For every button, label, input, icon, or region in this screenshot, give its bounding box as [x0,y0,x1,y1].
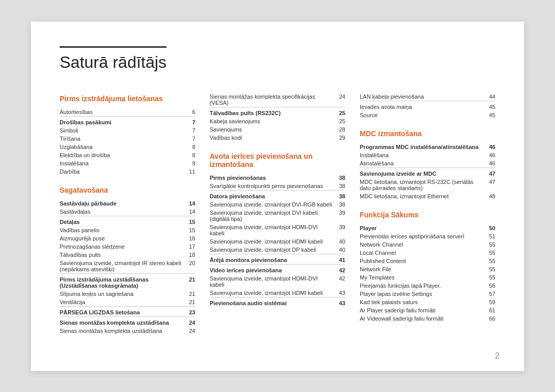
page: Saturā rādītājs Pirms izstrādājuma lieto… [31,22,524,371]
toc-item-page: 38 [334,200,345,209]
toc-item-page: 55 [482,240,495,249]
toc-item-page: 47 [484,178,495,192]
column-2: Sienas montāžas komplekta specifikācijas… [210,92,360,335]
toc-item-page: 38 [334,182,345,191]
toc-table-1: Pirms pievienošanas38Svarīgākie kontrolp… [210,174,345,307]
toc-item-label: Sienas montāžas komplekta uzstādīšana [60,327,184,335]
toc-item-label: Uzglabāšana [60,143,171,151]
toc-row: Elektrība un drošība8 [60,151,195,159]
toc-item-label: MDC lietošana, izmantojot Ethernet [360,192,484,200]
toc-item-label: Datora pievienošana [210,190,334,200]
toc-row: Published Content55 [360,257,495,265]
toc-item-page: 51 [482,232,495,240]
toc-item-page: 29 [334,134,345,142]
toc-row: Autortiesības6 [60,108,195,117]
toc-item-label: Savienojuma izveide, izmantojot HDMI-DVI… [210,223,334,237]
section-title-1: MDC izmantošana [360,129,495,138]
toc-item-page: 55 [482,265,495,273]
toc-row: Savienojums28 [210,125,345,134]
toc-item-label: Kad tiek palaists saturs [360,298,482,306]
toc-table-0: Autortiesības6Drošības pasākumi7Simboli7… [60,108,195,176]
toc-row: Ārējā monitora pievienošana41 [210,254,345,264]
toc-item-label: Ārējā monitora pievienošana [210,254,334,264]
toc-row: Datora pievienošana38 [210,190,345,200]
toc-item-page: 46 [484,143,495,151]
toc-item-page: 40 [334,237,345,246]
toc-row: Savienojuma izveide ar MDC47 [360,167,495,178]
toc-table-1: Sastāvdaļu pārbaude14Sastāvdaļas14Detaļa… [60,199,195,335]
toc-item-page: 14 [184,208,195,216]
toc-item-page: 9 [171,159,195,167]
toc-item-page: 21 [184,298,195,307]
toc-item-label: Programmas MDC instalēšana/atinstalēšana [360,143,484,151]
toc-row: Source45 [360,111,495,119]
toc-item-page: 66 [482,314,495,323]
toc-item-label: Sastāvdaļu pārbaude [60,199,184,208]
toc-item-label: Instalēšana [360,151,484,159]
toc-row: Drošības pasākumi7 [60,116,195,126]
toc-item-page: 8 [171,151,195,159]
toc-row: Tālvadības pults (RS232C)25 [210,107,345,117]
toc-item-label: Savienojuma izveide, izmantojot HDMI-DVI… [210,274,334,289]
toc-item-label: Slīpuma leņķis un sagriešana [60,290,184,298]
toc-item-label: Vadības kodi [210,134,334,142]
toc-item-page: 20 [184,259,195,274]
toc-item-page: 15 [184,216,195,226]
toc-item-page: 45 [475,111,495,119]
toc-row: Sienas montāžas komplekta uzstādīšana24 [60,316,195,327]
toc-table-1: Programmas MDC instalēšana/atinstalēšana… [360,143,495,200]
toc-item-label: My Templates [360,273,482,282]
toc-row: Video ierīces pievienošana42 [210,264,345,274]
toc-item-label: Sastāvdaļas [60,208,184,216]
toc-item-label: Savienojuma izveide, izmantojot IR stere… [60,259,184,274]
toc-item-label: Kabeļa savienojums [210,117,334,125]
toc-row: Network Channel55 [360,240,495,249]
toc-row: Vadības panelis15 [60,226,195,234]
toc-item-page: 57 [482,290,495,298]
toc-item-label: Simboli [60,126,171,135]
toc-row: Programmas MDC instalēšana/atinstalēšana… [360,143,495,151]
toc-item-page: 24 [334,92,345,107]
toc-row: Vadības kodi29 [210,134,345,142]
toc-item-page: 23 [184,306,195,316]
toc-item-page: 15 [184,226,195,234]
toc-row: Savienojuma izveide, izmantojot HDMI-DVI… [210,274,345,289]
toc-item-label: Darbība [60,167,171,176]
toc-item-page: 46 [484,151,495,159]
toc-item-label: Vadības panelis [60,226,184,234]
toc-row: Player50 [360,224,495,232]
toc-item-page: 44 [475,92,495,101]
toc-item-label: Pirms pievienošanas [210,174,334,182]
toc-item-label: Savienojuma izveide, izmantojot DVI-RGB … [210,200,334,209]
toc-item-label: Elektrība un drošība [60,151,171,159]
toc-row: Instalēšana46 [360,151,495,159]
toc-item-page: 6 [171,108,195,117]
toc-item-page: 38 [334,190,345,200]
toc-item-page: 21 [184,290,195,298]
toc-item-label: Tālvadības pults (RS232C) [210,107,334,117]
toc-item-label: Pievienošana audio sistēmai [210,297,334,307]
column-3: LAN kabeļa pievienošana44Ievades avota m… [360,92,495,335]
toc-row: PĀRSEGA LIGZDAS lietošana23 [60,306,195,316]
toc-item-page: 61 [482,306,495,314]
toc-item-page: 8 [171,143,195,151]
toc-row: Instalēšana9 [60,159,195,167]
toc-item-label: Ievades avota maiņa [360,101,475,111]
toc-row: Darbība11 [60,167,195,176]
toc-item-page: 40 [334,246,345,254]
toc-item-label: Video ierīces pievienošana [210,264,334,274]
toc-row: Local Channel55 [360,249,495,257]
toc-row: Ar Videowall saderīgi failu formāti66 [360,314,495,323]
toc-item-page: 41 [334,254,345,264]
toc-row: Detaļas15 [60,216,195,226]
toc-item-label: Published Content [360,257,482,265]
toc-row: Svarīgākie kontrolpunkti pirms pievienoš… [210,182,345,191]
toc-item-page: 38 [334,174,345,182]
toc-item-label: Player lapas izvēlne Settings [360,290,482,298]
toc-row: Savienojuma izveide, izmantojot HDMI kab… [210,289,345,297]
toc-item-label: Savienojums [210,125,334,134]
toc-row: Savienojuma izveide, izmantojot DVI kabe… [210,209,345,223]
toc-item-page: 25 [334,107,345,117]
toc-item-label: Detaļas [60,216,184,226]
toc-item-label: Instalēšana [60,159,171,167]
